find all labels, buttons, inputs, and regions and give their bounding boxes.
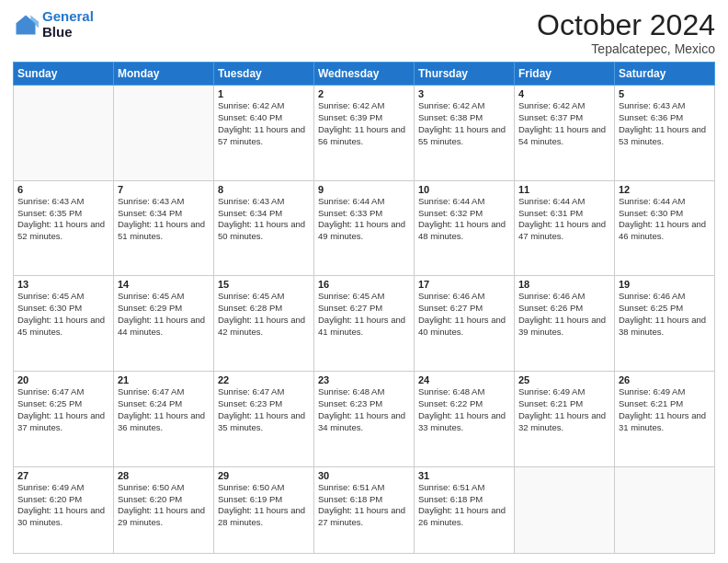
day-number: 28 bbox=[118, 470, 210, 481]
cell-w5-d2: 29Sunrise: 6:50 AMSunset: 6:19 PMDayligh… bbox=[214, 466, 314, 553]
cell-w1-d6: 5Sunrise: 6:43 AMSunset: 6:36 PMDaylight… bbox=[615, 86, 715, 181]
day-info: Sunrise: 6:45 AMSunset: 6:29 PMDaylight:… bbox=[118, 291, 210, 338]
cell-w2-d3: 9Sunrise: 6:44 AMSunset: 6:33 PMDaylight… bbox=[314, 180, 415, 276]
cell-w5-d6 bbox=[615, 466, 715, 553]
day-number: 15 bbox=[218, 279, 310, 290]
day-number: 9 bbox=[318, 184, 410, 195]
cell-w2-d6: 12Sunrise: 6:44 AMSunset: 6:30 PMDayligh… bbox=[615, 180, 715, 276]
day-info: Sunrise: 6:49 AMSunset: 6:21 PMDaylight:… bbox=[619, 386, 711, 433]
day-number: 19 bbox=[619, 279, 711, 290]
calendar-body: 1Sunrise: 6:42 AMSunset: 6:40 PMDaylight… bbox=[14, 86, 715, 554]
day-info: Sunrise: 6:48 AMSunset: 6:23 PMDaylight:… bbox=[318, 386, 410, 433]
day-info: Sunrise: 6:47 AMSunset: 6:23 PMDaylight:… bbox=[218, 386, 310, 433]
cell-w4-d3: 23Sunrise: 6:48 AMSunset: 6:23 PMDayligh… bbox=[314, 372, 415, 467]
cell-w5-d0: 27Sunrise: 6:49 AMSunset: 6:20 PMDayligh… bbox=[14, 466, 114, 553]
cell-w1-d2: 1Sunrise: 6:42 AMSunset: 6:40 PMDaylight… bbox=[214, 86, 314, 181]
day-number: 23 bbox=[318, 374, 410, 385]
day-info: Sunrise: 6:46 AMSunset: 6:27 PMDaylight:… bbox=[418, 291, 510, 338]
calendar-table: Sunday Monday Tuesday Wednesday Thursday… bbox=[13, 62, 715, 554]
header: GeneralBlue October 2024 Tepalcatepec, M… bbox=[13, 9, 715, 56]
day-number: 20 bbox=[17, 374, 109, 385]
day-number: 13 bbox=[17, 279, 109, 290]
day-info: Sunrise: 6:45 AMSunset: 6:27 PMDaylight:… bbox=[318, 291, 410, 338]
day-info: Sunrise: 6:49 AMSunset: 6:20 PMDaylight:… bbox=[17, 482, 109, 529]
cell-w2-d2: 8Sunrise: 6:43 AMSunset: 6:34 PMDaylight… bbox=[214, 180, 314, 276]
week-row-1: 1Sunrise: 6:42 AMSunset: 6:40 PMDaylight… bbox=[14, 86, 715, 181]
cell-w1-d1 bbox=[114, 86, 214, 181]
title-block: October 2024 Tepalcatepec, Mexico bbox=[537, 9, 715, 56]
day-info: Sunrise: 6:42 AMSunset: 6:37 PMDaylight:… bbox=[518, 100, 610, 147]
cell-w3-d6: 19Sunrise: 6:46 AMSunset: 6:25 PMDayligh… bbox=[615, 276, 715, 372]
day-info: Sunrise: 6:42 AMSunset: 6:39 PMDaylight:… bbox=[318, 100, 410, 147]
cell-w4-d4: 24Sunrise: 6:48 AMSunset: 6:22 PMDayligh… bbox=[415, 372, 515, 467]
cell-w3-d5: 18Sunrise: 6:46 AMSunset: 6:26 PMDayligh… bbox=[515, 276, 615, 372]
col-saturday: Saturday bbox=[615, 63, 715, 86]
cell-w2-d1: 7Sunrise: 6:43 AMSunset: 6:34 PMDaylight… bbox=[114, 180, 214, 276]
day-number: 16 bbox=[318, 279, 410, 290]
day-info: Sunrise: 6:44 AMSunset: 6:32 PMDaylight:… bbox=[418, 196, 510, 243]
day-number: 10 bbox=[418, 184, 510, 195]
cell-w5-d5 bbox=[515, 466, 615, 553]
cell-w2-d5: 11Sunrise: 6:44 AMSunset: 6:31 PMDayligh… bbox=[515, 180, 615, 276]
day-number: 4 bbox=[518, 88, 610, 99]
cell-w5-d1: 28Sunrise: 6:50 AMSunset: 6:20 PMDayligh… bbox=[114, 466, 214, 553]
day-info: Sunrise: 6:43 AMSunset: 6:36 PMDaylight:… bbox=[619, 100, 711, 147]
logo-icon bbox=[13, 12, 39, 38]
day-info: Sunrise: 6:44 AMSunset: 6:31 PMDaylight:… bbox=[518, 196, 610, 243]
day-number: 17 bbox=[418, 279, 510, 290]
day-number: 8 bbox=[218, 184, 310, 195]
col-tuesday: Tuesday bbox=[214, 63, 314, 86]
cell-w5-d4: 31Sunrise: 6:51 AMSunset: 6:18 PMDayligh… bbox=[415, 466, 515, 553]
day-number: 26 bbox=[619, 374, 711, 385]
day-info: Sunrise: 6:46 AMSunset: 6:26 PMDaylight:… bbox=[518, 291, 610, 338]
cell-w5-d3: 30Sunrise: 6:51 AMSunset: 6:18 PMDayligh… bbox=[314, 466, 415, 553]
page: GeneralBlue October 2024 Tepalcatepec, M… bbox=[0, 0, 728, 563]
day-info: Sunrise: 6:44 AMSunset: 6:33 PMDaylight:… bbox=[318, 196, 410, 243]
day-number: 14 bbox=[118, 279, 210, 290]
day-info: Sunrise: 6:51 AMSunset: 6:18 PMDaylight:… bbox=[418, 482, 510, 529]
day-number: 31 bbox=[418, 470, 510, 481]
location-subtitle: Tepalcatepec, Mexico bbox=[537, 41, 715, 56]
cell-w3-d3: 16Sunrise: 6:45 AMSunset: 6:27 PMDayligh… bbox=[314, 276, 415, 372]
day-info: Sunrise: 6:47 AMSunset: 6:25 PMDaylight:… bbox=[17, 386, 109, 433]
cell-w1-d0 bbox=[14, 86, 114, 181]
week-row-3: 13Sunrise: 6:45 AMSunset: 6:30 PMDayligh… bbox=[14, 276, 715, 372]
day-info: Sunrise: 6:43 AMSunset: 6:34 PMDaylight:… bbox=[218, 196, 310, 243]
cell-w1-d3: 2Sunrise: 6:42 AMSunset: 6:39 PMDaylight… bbox=[314, 86, 415, 181]
day-info: Sunrise: 6:42 AMSunset: 6:38 PMDaylight:… bbox=[418, 100, 510, 147]
day-number: 18 bbox=[518, 279, 610, 290]
day-info: Sunrise: 6:45 AMSunset: 6:28 PMDaylight:… bbox=[218, 291, 310, 338]
day-number: 22 bbox=[218, 374, 310, 385]
calendar-header-row: Sunday Monday Tuesday Wednesday Thursday… bbox=[14, 63, 715, 86]
day-number: 6 bbox=[17, 184, 109, 195]
day-info: Sunrise: 6:45 AMSunset: 6:30 PMDaylight:… bbox=[17, 291, 109, 338]
day-info: Sunrise: 6:46 AMSunset: 6:25 PMDaylight:… bbox=[619, 291, 711, 338]
day-number: 12 bbox=[619, 184, 711, 195]
cell-w1-d4: 3Sunrise: 6:42 AMSunset: 6:38 PMDaylight… bbox=[415, 86, 515, 181]
cell-w3-d0: 13Sunrise: 6:45 AMSunset: 6:30 PMDayligh… bbox=[14, 276, 114, 372]
day-number: 24 bbox=[418, 374, 510, 385]
col-friday: Friday bbox=[515, 63, 615, 86]
col-sunday: Sunday bbox=[14, 63, 114, 86]
cell-w3-d2: 15Sunrise: 6:45 AMSunset: 6:28 PMDayligh… bbox=[214, 276, 314, 372]
day-info: Sunrise: 6:44 AMSunset: 6:30 PMDaylight:… bbox=[619, 196, 711, 243]
cell-w4-d0: 20Sunrise: 6:47 AMSunset: 6:25 PMDayligh… bbox=[14, 372, 114, 467]
day-info: Sunrise: 6:51 AMSunset: 6:18 PMDaylight:… bbox=[318, 482, 410, 529]
week-row-2: 6Sunrise: 6:43 AMSunset: 6:35 PMDaylight… bbox=[14, 180, 715, 276]
col-wednesday: Wednesday bbox=[314, 63, 415, 86]
cell-w4-d5: 25Sunrise: 6:49 AMSunset: 6:21 PMDayligh… bbox=[515, 372, 615, 467]
day-number: 29 bbox=[218, 470, 310, 481]
day-info: Sunrise: 6:43 AMSunset: 6:35 PMDaylight:… bbox=[17, 196, 109, 243]
col-thursday: Thursday bbox=[415, 63, 515, 86]
day-number: 1 bbox=[218, 88, 310, 99]
cell-w3-d1: 14Sunrise: 6:45 AMSunset: 6:29 PMDayligh… bbox=[114, 276, 214, 372]
cell-w4-d6: 26Sunrise: 6:49 AMSunset: 6:21 PMDayligh… bbox=[615, 372, 715, 467]
day-info: Sunrise: 6:48 AMSunset: 6:22 PMDaylight:… bbox=[418, 386, 510, 433]
week-row-5: 27Sunrise: 6:49 AMSunset: 6:20 PMDayligh… bbox=[14, 466, 715, 553]
day-info: Sunrise: 6:42 AMSunset: 6:40 PMDaylight:… bbox=[218, 100, 310, 147]
logo-text: GeneralBlue bbox=[42, 9, 94, 40]
day-number: 21 bbox=[118, 374, 210, 385]
cell-w4-d2: 22Sunrise: 6:47 AMSunset: 6:23 PMDayligh… bbox=[214, 372, 314, 467]
col-monday: Monday bbox=[114, 63, 214, 86]
logo: GeneralBlue bbox=[13, 9, 94, 40]
